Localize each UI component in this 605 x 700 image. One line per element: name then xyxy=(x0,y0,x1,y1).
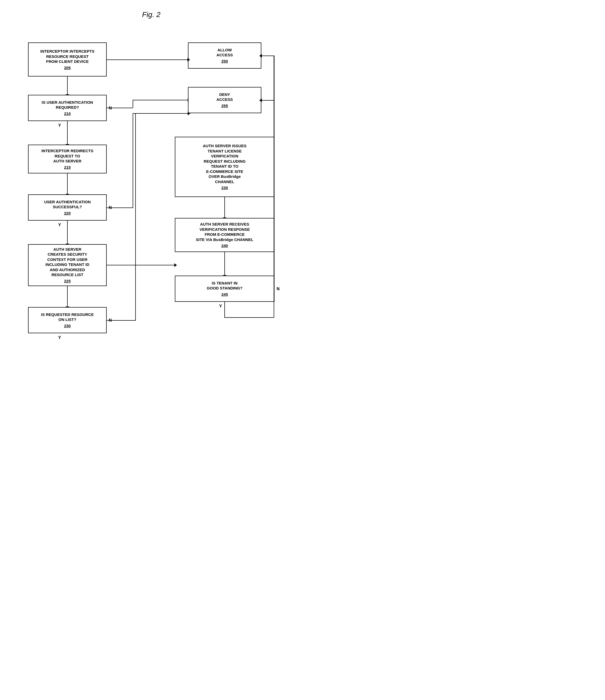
arrow-215-to-220 xyxy=(67,173,68,194)
arrow-205-to-210 xyxy=(67,76,68,95)
label-y-245: Y xyxy=(219,304,222,308)
arrow-235-to-240 xyxy=(224,197,225,218)
label-n-210: N xyxy=(109,106,112,110)
box-240: AUTH SERVER RECEIVES VERIFICATION RESPON… xyxy=(175,218,274,252)
box-205: INTERCEPTOR INTERCEPTS RESOURCE REQUEST … xyxy=(28,43,107,76)
arrow-210-n-h1 xyxy=(107,108,133,108)
arrow-225-to-235 xyxy=(107,265,175,266)
arrow-220-n-h1 xyxy=(107,207,133,208)
arrow-205-to-250 xyxy=(107,59,188,60)
arrow-230-n-h2 xyxy=(135,113,188,114)
box-215: INTERCEPTOR REDIRECTS REQUEST TO AUTH SE… xyxy=(28,145,107,173)
label-n-245: N xyxy=(276,286,280,291)
box-235: AUTH SERVER ISSUES TENANT LICENSE VERIFI… xyxy=(175,137,274,197)
arrow-245-y-right xyxy=(224,317,274,318)
arrow-rail-to-allow xyxy=(261,55,274,56)
arrow-220-to-225 xyxy=(67,221,68,244)
label-y-230: Y xyxy=(58,335,61,340)
arrow-210-to-215 xyxy=(67,121,68,145)
box-220: USER AUTHENTICATION SUCCESSFUL? 220 xyxy=(28,194,107,221)
arrow-rail-to-deny xyxy=(261,100,274,101)
page-title: Fig. 2 xyxy=(142,10,161,19)
arrow-225-to-230 xyxy=(67,286,68,307)
box-210: IS USER AUTHENTICATION REQUIRED? 210 xyxy=(28,95,107,121)
label-y-220: Y xyxy=(58,223,61,227)
box-230: IS REQUESTED RESOURCE ON LIST? 230 xyxy=(28,307,107,333)
box-250: ALLOW ACCESS 250 xyxy=(188,43,261,69)
arrow-210-n-v1 xyxy=(132,100,133,108)
label-y-210: Y xyxy=(58,123,61,128)
diagram-container: INTERCEPTOR INTERCEPTS RESOURCE REQUEST … xyxy=(12,27,290,346)
arrow-240-to-245 xyxy=(224,252,225,276)
box-255: DENY ACCESS 255 xyxy=(188,87,261,113)
box-245: IS TENANT IN GOOD STANDING? 245 xyxy=(175,276,274,302)
box-225: AUTH SERVER CREATES SECURITY CONTEXT FOR… xyxy=(28,244,107,286)
arrow-210-n-h2 xyxy=(132,100,188,100)
arrow-245-y-down xyxy=(224,302,225,318)
arrow-230-n-h1 xyxy=(107,320,136,321)
arrow-220-n-v1 xyxy=(132,113,133,208)
arrow-230-n-v1 xyxy=(135,113,136,321)
arrow-245-y-up xyxy=(274,55,274,318)
